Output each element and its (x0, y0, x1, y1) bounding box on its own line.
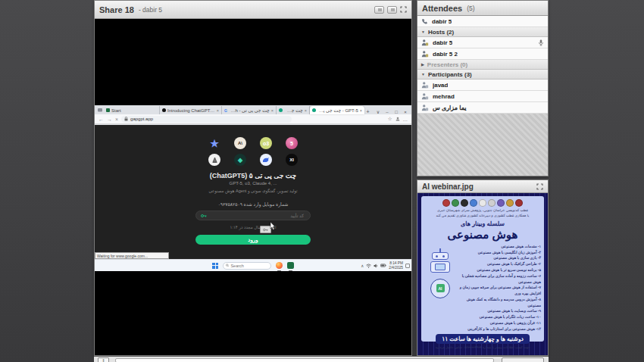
poster-series-title: سلسله وبینار های (461, 220, 505, 227)
tab-close-icon[interactable]: × (217, 108, 219, 113)
hosts-section-label: Hosts (2) (428, 29, 454, 36)
schedule-banner: دوشنبه ها و چهارشنبه ها ساعت ۱۱ (436, 334, 530, 344)
browser-tab-chatgpt-fa[interactable]: چت جی پی تی رایگان × (277, 106, 310, 114)
bottom-bar-field[interactable] (115, 358, 494, 362)
webinar-poster-pod: AI webinar.jpg (417, 179, 549, 356)
browser-tab-start[interactable]: Start (104, 106, 160, 114)
notification-center-icon[interactable] (405, 264, 410, 268)
volume-icon[interactable] (374, 264, 378, 268)
tab-close-icon[interactable]: × (271, 108, 274, 113)
ai-model-icon-grid: ★ A\ o3 5 ◆ XI (208, 137, 298, 166)
clock-time: 8:14 PM (389, 261, 403, 266)
login-button[interactable]: ورود (195, 235, 311, 245)
meeting-app-stage: Share 18 - dabir 5 Start (94, 0, 549, 362)
gapgpt-favicon (279, 108, 283, 112)
forward-icon[interactable]: → (107, 117, 112, 122)
window-close-button[interactable]: × (401, 110, 410, 114)
browser-tab-google-search[interactable]: G چت جی پی تی - Google Search × (222, 106, 277, 114)
topic-item: ۳- بازی سازی با هوش مصنوعی (459, 255, 541, 261)
attendee-row-participant[interactable]: mehrad (417, 91, 548, 102)
stop-loading-icon[interactable]: × (115, 117, 118, 122)
presenters-section-label: Presenters (0) (427, 61, 467, 68)
attendee-row-participant[interactable]: یما مزاری س (417, 102, 548, 114)
attendee-row-participant[interactable]: javad (417, 80, 548, 91)
share-pod: Share 18 - dabir 5 Start (94, 0, 412, 356)
wifi-icon[interactable] (366, 264, 371, 268)
gemini-icon: ★ (208, 137, 220, 149)
attendees-pod: Attendees (5) dabir 5 ▼ Hosts (2) dabir … (417, 0, 549, 176)
bottom-control-bar: ‖ (94, 356, 549, 362)
tab-close-icon[interactable]: × (305, 108, 307, 113)
code-input[interactable] (196, 211, 310, 220)
attendees-count: (5) (467, 5, 474, 12)
topic-item: ۱- مقدمات هوش مصنوعی (459, 244, 541, 250)
attendee-row-host2[interactable]: dabir 5 2 (417, 48, 548, 60)
page-subtitle: GPT-5, o3, Claude 4, ... (229, 181, 277, 186)
browser-tab-gpt5-active[interactable]: GPT-5 - چت جی پی تی 5 رایگان × (310, 106, 364, 114)
attendee-name: javad (433, 82, 448, 89)
hosts-section-header[interactable]: ▼ Hosts (2) (417, 27, 548, 37)
taskbar-search[interactable] (223, 262, 271, 270)
topic-item: ۶- ساخت رزومه و آماده سازی برای مصاحبه ش… (459, 273, 541, 286)
collapse-triangle-icon: ▼ (421, 72, 425, 76)
tray-chevron-icon[interactable]: ∧ (361, 264, 364, 268)
ai-chip-label: AI (436, 284, 445, 292)
phone-entered-note: شماره موبایل وارد شده ۰۹۳۷۵۸۲۵۰۹ (218, 201, 289, 207)
gem-diamond-icon: ◆ (234, 154, 246, 166)
fullscreen-icon[interactable] (400, 6, 407, 13)
browser-tab-openai[interactable]: Introducing ChatGPT | OpenAI × (160, 106, 222, 114)
gpt5-icon: 5 (286, 137, 298, 149)
poster-org-line1: قطب کدنویسی خراسان جنوبی، پژوهش سرای شهر… (437, 208, 528, 213)
host-avatar-icon (421, 50, 429, 58)
pause-share-button[interactable]: ‖ (98, 357, 109, 362)
stop-sharing-button[interactable] (502, 357, 544, 362)
grok-icon: XI (286, 154, 298, 166)
taskbar-clock[interactable]: 8:14 PM 2/4/2025 (389, 261, 403, 270)
pod-view-toggle2-icon[interactable] (387, 6, 397, 14)
excel-taskbar-icon[interactable] (287, 262, 294, 269)
topic-item: ۵- برنامه نویسی سریع تر با هوش مصنوعی (459, 267, 541, 273)
verification-code-field[interactable] (195, 211, 311, 220)
ai-chip-icon: AI (430, 279, 450, 298)
presenters-section-header[interactable]: ▶ Presenters (0) (417, 60, 548, 70)
pod-view-toggle-icon[interactable] (374, 6, 384, 14)
browser-tab-bar: Start Introducing ChatGPT | OpenAI × G چ… (95, 105, 411, 114)
deepseek-whale-icon (260, 154, 272, 166)
organizer-logo (470, 199, 477, 207)
participants-section-header[interactable]: ▼ Participants (3) (417, 70, 548, 80)
lock-icon (124, 117, 128, 121)
tab-actions-icon[interactable] (96, 106, 104, 114)
back-icon[interactable]: ← (98, 117, 104, 122)
window-maximize-button[interactable]: □ (392, 110, 401, 114)
profile-avatar-icon[interactable] (395, 117, 400, 121)
windows-start-icon[interactable] (212, 263, 218, 269)
openai-favicon (162, 108, 166, 112)
browser-menu-icon[interactable]: … (403, 117, 408, 122)
address-bar[interactable]: gapgpt.app (121, 116, 292, 123)
attendee-row-dialin[interactable]: dabir 5 (417, 16, 548, 27)
attendee-row-host1[interactable]: dabir 5 (417, 37, 548, 48)
topic-item: ۱۱- قرآن پژوهی با هوش مصنوعی (459, 320, 541, 326)
clock-date: 2/4/2025 (389, 266, 403, 270)
taskbar-search-input[interactable] (230, 264, 268, 268)
organizer-logo (497, 199, 505, 207)
attendee-name: mehrad (433, 93, 455, 100)
firefox-taskbar-icon[interactable] (276, 262, 283, 269)
share-pod-title: Share 18 (99, 5, 134, 14)
topic-item: ۸- آموزش دروس مدرسه و دانشگاه به کمک هوش… (459, 297, 541, 309)
collapse-triangle-icon: ▼ (421, 30, 425, 34)
attendees-pod-header: Attendees (5) (417, 1, 548, 16)
topic-item: ۹- ساخت وبسایت با هوش مصنوعی (459, 308, 541, 314)
battery-icon[interactable] (380, 264, 386, 267)
attendees-title: Attendees (422, 4, 462, 13)
tab-list-dropdown-icon[interactable]: ∨ (374, 109, 383, 114)
topic-item: ۷- استفاده از هوش مصنوعی برای صرفه جویی … (459, 285, 541, 297)
tab-close-icon[interactable]: × (360, 108, 362, 113)
fullscreen-icon[interactable] (536, 183, 543, 190)
window-minimize-button[interactable]: – (383, 110, 392, 114)
topic-item: ۱۲- هوش مصنوعی برای استارتاپ ها و کارآفر… (459, 326, 541, 332)
browser-status-tooltip: Waiting for www.google.com... (95, 252, 169, 259)
participants-section-label: Participants (3) (428, 71, 472, 78)
bookmark-star-icon[interactable]: ☆ (388, 116, 392, 122)
new-tab-button[interactable]: + (364, 109, 371, 114)
